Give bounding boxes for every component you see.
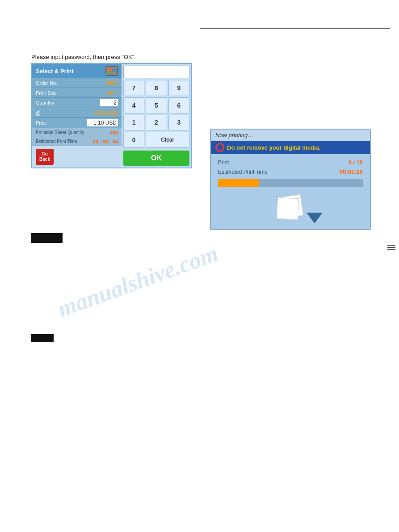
password-prompt: Please input password, then press "OK". [31,54,192,60]
numpad-4[interactable]: 4 [123,97,144,113]
quantity-value: 2 [100,99,118,106]
printable-sheet-label: Printable Sheet Quantity [36,130,84,135]
redacted-block-2 [31,334,54,342]
estimated-time-row: Estimated Print Time 00 : 00 : 44 [32,137,122,146]
dialog-numpad-panel: 7 8 9 4 5 6 1 2 3 0 Clear OK [122,64,191,168]
dialog-left: Select & Print Order No. 0007 [32,64,122,168]
numpad-6[interactable]: 6 [168,97,189,113]
at-value: 0.30 USD [95,110,118,116]
progress-bar-container [218,179,363,187]
quantity-row: Quantity 2 [32,98,122,108]
numpad-7[interactable]: 7 [123,80,144,96]
svg-rect-2 [107,68,112,71]
print-value: 3 / 10 [348,159,363,166]
numpad-8[interactable]: 8 [146,80,167,96]
printing-body: Print 3 / 10 Estimated Print Time 00:01:… [211,154,370,229]
page-lines [387,245,395,250]
print-dialog: Select & Print Order No. 0007 [31,63,192,168]
numpad-1[interactable]: 1 [123,115,144,131]
left-panel: Please input password, then press "OK". … [31,54,192,168]
alert-text: Do not remove your digital media. [227,144,320,151]
photo-stack [277,196,304,220]
numpad: 7 8 9 4 5 6 1 2 3 0 Clear [123,80,189,148]
price-label: Price [36,120,47,126]
printing-alert: Do not remove your digital media. [211,141,370,154]
quantity-label: Quantity [36,100,54,105]
print-label: Print [218,159,229,166]
est-time-value: 00:01:20 [340,168,363,175]
photo-thumbnail [105,66,118,76]
estimated-time-label: Estimated Print Time [36,139,77,144]
printing-header-text: Now printing… [215,132,253,138]
svg-rect-3 [112,69,116,71]
print-size-value: 5x7" [106,90,118,96]
est-time-label: Estimated Print Time [218,169,268,175]
progress-bar-fill [218,179,259,187]
printing-dialog: Now printing… Do not remove your digital… [210,129,371,230]
at-row: @ 0.30 USD [32,108,122,118]
numpad-0[interactable]: 0 [123,132,144,148]
right-panel: Now printing… Do not remove your digital… [210,129,371,230]
go-back-button[interactable]: GoBack [36,149,54,165]
printing-images [218,190,363,226]
numpad-clear-button[interactable]: Clear [146,132,189,148]
ok-button[interactable]: OK [123,151,189,166]
estimated-time-value: 00 : 00 : 44 [93,139,118,144]
info-rows: Printable Sheet Quantity 395 Estimated P… [32,128,122,146]
arrow-down-icon [307,213,323,223]
dialog-header: Select & Print [32,64,122,78]
dialog-header-label: Select & Print [36,68,74,75]
numpad-2[interactable]: 2 [146,115,167,131]
numpad-3[interactable]: 3 [168,115,189,131]
at-label: @ [36,110,41,116]
svg-point-4 [107,72,111,75]
alert-circle-icon [215,143,224,152]
order-no-value: 0007 [106,80,118,86]
print-size-row: Print Size 5x7" [32,88,122,98]
printable-sheet-row: Printable Sheet Quantity 395 [32,128,122,137]
printable-sheet-value: 395 [110,130,118,135]
price-row: Price 1.10 USD [32,118,122,128]
print-size-label: Print Size [36,90,57,96]
numpad-9[interactable]: 9 [168,80,189,96]
price-value: 1.10 USD [87,119,118,126]
est-time-row: Estimated Print Time 00:01:20 [218,167,363,176]
order-no-row: Order No. 0007 [32,78,122,88]
order-no-label: Order No. [36,80,57,86]
password-display [123,66,189,78]
dialog-rows: Order No. 0007 Print Size 5x7" Quantity … [32,78,122,128]
printing-header: Now printing… [211,130,370,141]
print-count-row: Print 3 / 10 [218,158,363,167]
redacted-block-1 [31,233,63,243]
photo-front [277,197,299,219]
watermark: manualshive.com [54,240,221,322]
numpad-5[interactable]: 5 [146,97,167,113]
top-rule [200,28,390,29]
